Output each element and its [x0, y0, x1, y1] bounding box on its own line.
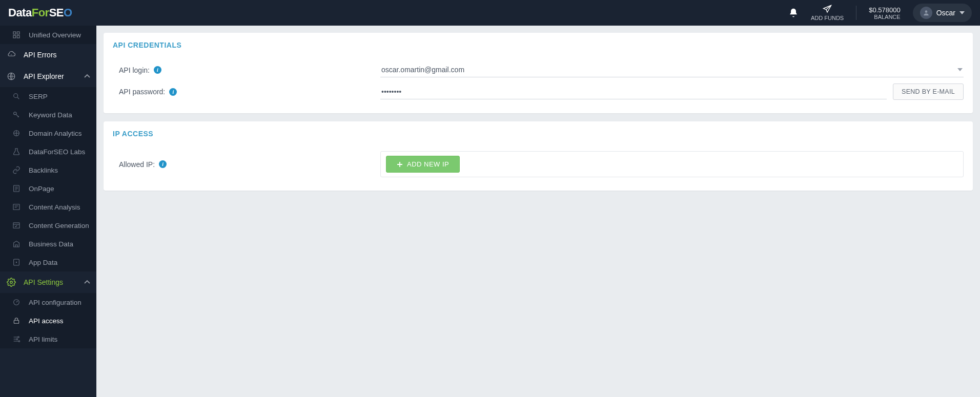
explorer-subitems: SERP Keyword Data Domain Analytics DataF… — [0, 87, 96, 271]
api-password-row: API password: i SEND BY E-MAIL — [113, 80, 964, 103]
sidebar-item-serp[interactable]: SERP — [0, 87, 96, 106]
send-by-email-button[interactable]: SEND BY E-MAIL — [893, 83, 964, 100]
bell-icon[interactable] — [788, 8, 799, 18]
api-password-label: API password: — [119, 88, 165, 96]
caret-down-icon — [959, 10, 965, 15]
sidebar: Unified Overview API Errors API Explorer… — [0, 26, 96, 397]
sidebar-item-onpage[interactable]: OnPage — [0, 179, 96, 198]
card-title-credentials: API CREDENTIALS — [113, 41, 964, 49]
plus-icon — [397, 161, 403, 168]
svg-point-17 — [18, 337, 19, 338]
svg-rect-10 — [13, 204, 19, 210]
svg-point-19 — [18, 341, 20, 342]
balance-amount: $0.578000 — [869, 6, 900, 14]
chevron-up-icon — [84, 279, 90, 285]
svg-rect-4 — [17, 35, 19, 38]
sidebar-item-domain-analytics[interactable]: Domain Analytics — [0, 124, 96, 142]
svg-rect-16 — [14, 320, 18, 323]
sidebar-item-api-errors[interactable]: API Errors — [0, 44, 96, 66]
sidebar-item-content-generation[interactable]: Content Generation — [0, 216, 96, 235]
ip-access-card: IP ACCESS Allowed IP: i ADD NEW IP — [104, 121, 973, 191]
add-new-ip-button[interactable]: ADD NEW IP — [386, 156, 460, 173]
add-funds-button[interactable]: ADD FUNDS — [811, 5, 844, 21]
brand-logo[interactable]: DataForSEO — [8, 6, 72, 19]
sidebar-item-dataforseo-labs[interactable]: DataForSEO Labs — [0, 142, 96, 161]
serp-icon — [11, 92, 22, 100]
content-generation-icon — [11, 221, 22, 229]
topbar: DataForSEO ADD FUNDS $0.578000 BALANCE O… — [0, 0, 980, 26]
info-icon[interactable]: i — [159, 160, 167, 168]
card-title-ip-access: IP ACCESS — [113, 130, 964, 138]
gear-icon — [6, 278, 16, 287]
main-content: API CREDENTIALS API login: i oscar.omart… — [96, 26, 980, 397]
topbar-right: ADD FUNDS $0.578000 BALANCE Oscar — [788, 4, 972, 22]
svg-rect-3 — [13, 35, 16, 38]
avatar-icon — [920, 7, 932, 19]
cloud-error-icon — [6, 50, 16, 59]
onpage-icon — [11, 184, 22, 193]
sidebar-item-api-access[interactable]: API access — [0, 311, 96, 330]
content-analysis-icon — [11, 203, 22, 211]
svg-point-6 — [14, 94, 18, 98]
keyword-icon — [11, 111, 22, 119]
user-name: Oscar — [936, 9, 955, 17]
allowed-ip-container: ADD NEW IP — [380, 151, 964, 177]
sliders-icon — [11, 335, 22, 343]
explorer-icon — [6, 72, 16, 81]
sidebar-item-api-limits[interactable]: API limits — [0, 330, 96, 348]
lock-icon — [11, 317, 22, 325]
api-login-select[interactable]: oscar.omartin@gmail.com — [380, 62, 964, 77]
svg-point-14 — [10, 281, 13, 284]
api-credentials-card: API CREDENTIALS API login: i oscar.omart… — [104, 33, 973, 113]
business-data-icon — [11, 240, 22, 248]
balance-display: $0.578000 BALANCE — [869, 6, 900, 20]
caret-down-icon — [957, 67, 963, 72]
info-icon[interactable]: i — [169, 88, 177, 96]
sidebar-item-content-analysis[interactable]: Content Analysis — [0, 198, 96, 216]
overview-icon — [11, 31, 22, 39]
sidebar-item-keyword-data[interactable]: Keyword Data — [0, 106, 96, 124]
backlinks-icon — [11, 166, 22, 174]
chevron-up-icon — [84, 73, 90, 79]
info-icon[interactable]: i — [154, 66, 161, 74]
svg-rect-1 — [13, 32, 16, 34]
allowed-ip-row: Allowed IP: i ADD NEW IP — [113, 148, 964, 180]
sidebar-item-api-explorer[interactable]: API Explorer — [0, 66, 96, 87]
api-password-input[interactable] — [380, 85, 887, 99]
sidebar-item-api-settings[interactable]: API Settings — [0, 271, 96, 293]
api-login-row: API login: i oscar.omartin@gmail.com — [113, 59, 964, 80]
sidebar-item-app-data[interactable]: App Data — [0, 253, 96, 271]
paper-plane-icon — [822, 5, 833, 14]
sidebar-item-api-configuration[interactable]: API configuration — [0, 293, 96, 311]
svg-rect-2 — [17, 32, 19, 34]
svg-rect-12 — [14, 259, 19, 265]
sidebar-item-unified-overview[interactable]: Unified Overview — [0, 26, 96, 44]
svg-point-18 — [16, 339, 18, 340]
gauge-icon — [11, 298, 22, 306]
svg-point-7 — [14, 112, 16, 115]
divider — [856, 6, 856, 20]
user-menu[interactable]: Oscar — [913, 4, 972, 22]
domain-icon — [11, 129, 22, 137]
api-login-label: API login: — [119, 66, 150, 74]
svg-rect-11 — [13, 223, 19, 228]
balance-label: BALANCE — [869, 14, 900, 20]
app-data-icon — [11, 258, 22, 266]
settings-subitems: API configuration API access API limits — [0, 293, 96, 348]
svg-point-0 — [925, 10, 927, 13]
allowed-ip-label: Allowed IP: — [119, 160, 155, 169]
sidebar-item-backlinks[interactable]: Backlinks — [0, 161, 96, 179]
sidebar-item-business-data[interactable]: Business Data — [0, 235, 96, 253]
api-login-value: oscar.omartin@gmail.com — [381, 66, 464, 74]
add-funds-label: ADD FUNDS — [811, 15, 844, 21]
svg-point-13 — [16, 262, 16, 262]
labs-icon — [11, 148, 22, 156]
